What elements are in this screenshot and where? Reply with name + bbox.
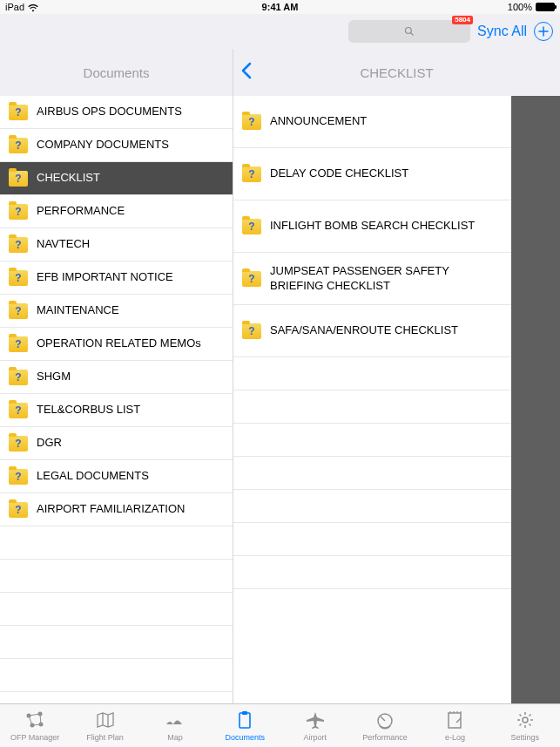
- add-button[interactable]: [534, 22, 553, 41]
- empty-row: [233, 556, 511, 589]
- svg-line-1: [411, 33, 414, 36]
- content-area: ?AIRBUS OPS DOCUMENTS?COMPANY DOCUMENTS?…: [0, 96, 560, 703]
- empty-row: [233, 457, 511, 490]
- status-bar: iPad 9:41 AM 100%: [0, 0, 560, 14]
- tab-label: Map: [167, 733, 183, 742]
- tab-label: Performance: [362, 733, 408, 742]
- plane-icon: [305, 710, 326, 731]
- list-item[interactable]: ?NAVTECH: [0, 228, 233, 261]
- tab-settings[interactable]: Settings: [490, 704, 560, 747]
- folder-icon: ?: [9, 469, 28, 485]
- back-button[interactable]: [233, 60, 260, 85]
- tab-documents[interactable]: Documents: [210, 704, 280, 747]
- svg-rect-6: [240, 713, 250, 728]
- list-item[interactable]: ?SHGM: [0, 361, 233, 394]
- empty-row: [233, 523, 511, 556]
- list-item-label: OPERATION RELATED MEMOs: [37, 336, 224, 350]
- list-item[interactable]: ?OPERATION RELATED MEMOs: [0, 328, 233, 361]
- list-item-label: TEL&CORBUS LIST: [37, 403, 224, 417]
- folder-icon: ?: [9, 502, 28, 518]
- folder-icon: ?: [9, 436, 28, 452]
- list-item[interactable]: ?TEL&CORBUS LIST: [0, 394, 233, 427]
- tab-performance[interactable]: Performance: [350, 704, 420, 747]
- svg-point-0: [406, 28, 412, 34]
- list-item[interactable]: ?DELAY CODE CHECKLIST: [233, 148, 511, 200]
- empty-row: [233, 424, 511, 457]
- gauge-icon: [374, 710, 395, 731]
- list-item[interactable]: ?LEGAL DOCUMENTS: [0, 460, 233, 493]
- folder-icon: ?: [242, 219, 261, 234]
- folder-icon: ?: [9, 105, 28, 120]
- list-item-label: MAINTENANCE: [37, 303, 224, 317]
- clock: 9:41 AM: [0, 2, 560, 12]
- tab-label: Airport: [303, 733, 327, 742]
- empty-row: [233, 390, 511, 424]
- list-item-label: AIRPORT FAMILIARIZATION: [37, 502, 224, 516]
- list-item[interactable]: ?CHECKLIST: [0, 162, 233, 195]
- list-item-label: DGR: [37, 436, 224, 450]
- list-item[interactable]: ?PERFORMANCE: [0, 195, 233, 228]
- folder-icon: ?: [9, 204, 28, 220]
- map-fold-icon: [95, 710, 116, 731]
- empty-row: [0, 593, 233, 626]
- list-item-label: NAVTECH: [37, 237, 224, 251]
- network-icon: [24, 710, 45, 731]
- list-item-label: LEGAL DOCUMENTS: [37, 469, 224, 483]
- folder-icon: ?: [9, 403, 28, 418]
- tab-bar: OFP ManagerFlight PlanMapDocumentsAirpor…: [0, 703, 560, 747]
- sync-all-button[interactable]: Sync All: [477, 24, 527, 39]
- plus-icon: [538, 26, 549, 37]
- list-item-label: EFB IMPORTANT NOTICE: [37, 270, 224, 284]
- tab-label: Settings: [511, 733, 540, 742]
- list-item-label: AIRBUS OPS DOCUMENTS: [37, 105, 224, 119]
- tab-label: OFP Manager: [10, 733, 59, 742]
- right-pane[interactable]: ?ANNOUNCEMENT?DELAY CODE CHECKLIST?INFLI…: [233, 96, 511, 703]
- clipboard-icon: [234, 710, 255, 731]
- tab-e-log[interactable]: e-Log: [420, 704, 489, 747]
- folder-icon: ?: [9, 237, 28, 253]
- battery-icon: [536, 3, 555, 11]
- list-item[interactable]: ?DGR: [0, 427, 233, 460]
- list-item-label: SAFA/SANA/ENROUTE CHECKLIST: [270, 323, 503, 337]
- gear-icon: [515, 710, 536, 731]
- list-item-label: INFLIGHT BOMB SEARCH CHECKLIST: [270, 219, 503, 233]
- list-item-label: COMPANY DOCUMENTS: [37, 138, 224, 152]
- list-item[interactable]: ?JUMPSEAT PASSENGER SAFETY BRIEFING CHEC…: [233, 253, 511, 305]
- top-toolbar: 5804 Sync All: [0, 14, 560, 49]
- list-item-label: JUMPSEAT PASSENGER SAFETY BRIEFING CHECK…: [270, 264, 503, 293]
- tab-map[interactable]: Map: [140, 704, 210, 747]
- list-item[interactable]: ?MAINTENANCE: [0, 295, 233, 328]
- svg-rect-7: [242, 711, 247, 715]
- list-item-label: PERFORMANCE: [37, 204, 224, 218]
- list-item[interactable]: ?ANNOUNCEMENT: [233, 96, 511, 148]
- tab-airport[interactable]: Airport: [280, 704, 350, 747]
- empty-row: [0, 659, 233, 692]
- tab-flight-plan[interactable]: Flight Plan: [70, 704, 139, 747]
- folder-icon: ?: [242, 271, 261, 287]
- list-item[interactable]: ?INFLIGHT BOMB SEARCH CHECKLIST: [233, 200, 511, 253]
- column-headers: Documents CHECKLIST: [0, 49, 560, 96]
- tab-label: Flight Plan: [86, 733, 124, 742]
- empty-row: [233, 357, 511, 390]
- list-item[interactable]: ?AIRPORT FAMILIARIZATION: [0, 493, 233, 526]
- empty-row: [233, 490, 511, 523]
- empty-row: [0, 560, 233, 593]
- preview-strip: [511, 96, 560, 703]
- left-pane[interactable]: ?AIRBUS OPS DOCUMENTS?COMPANY DOCUMENTS?…: [0, 96, 233, 703]
- right-column-title: CHECKLIST: [233, 65, 560, 80]
- left-column-title: Documents: [0, 49, 233, 96]
- list-item[interactable]: ?COMPANY DOCUMENTS: [0, 129, 233, 162]
- list-item[interactable]: ?AIRBUS OPS DOCUMENTS: [0, 96, 233, 129]
- list-item[interactable]: ?SAFA/SANA/ENROUTE CHECKLIST: [233, 305, 511, 357]
- list-item-label: SHGM: [37, 370, 224, 384]
- list-item[interactable]: ?EFB IMPORTANT NOTICE: [0, 261, 233, 295]
- list-item-label: ANNOUNCEMENT: [270, 114, 503, 128]
- folder-icon: ?: [9, 370, 28, 385]
- empty-row: [0, 626, 233, 659]
- svg-point-10: [523, 717, 528, 723]
- tab-ofp-manager[interactable]: OFP Manager: [0, 704, 70, 747]
- folder-icon: ?: [9, 303, 28, 319]
- sync-badge: 5804: [452, 16, 473, 24]
- folder-icon: ?: [242, 166, 261, 182]
- folder-icon: ?: [9, 270, 28, 286]
